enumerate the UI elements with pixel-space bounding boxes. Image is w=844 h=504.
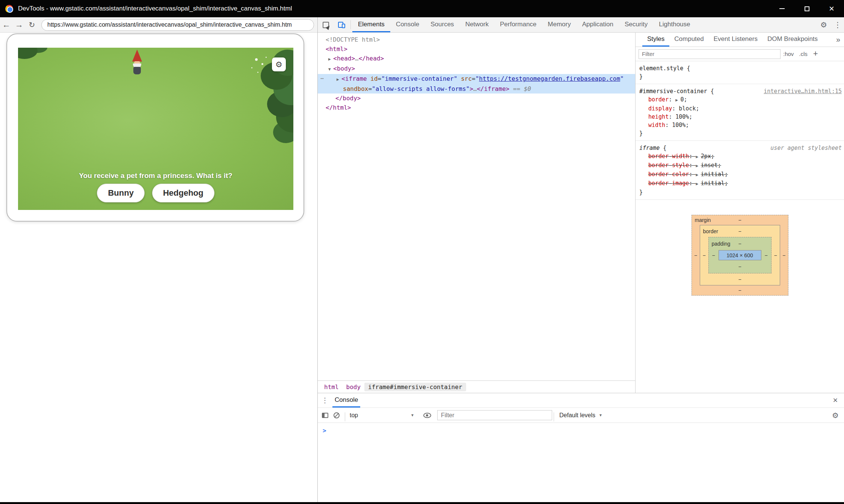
- code-token: </iframe>: [477, 85, 509, 92]
- toolbar-divider: [350, 20, 351, 29]
- dom-node-iframe-line2[interactable]: sandbox="allow-scripts allow-forms">…</i…: [317, 84, 635, 94]
- reload-button[interactable]: ↻: [26, 20, 38, 29]
- log-levels-selector[interactable]: Default levels ▼: [556, 412, 606, 419]
- game-settings-button[interactable]: ⚙: [272, 57, 286, 71]
- breadcrumb-body[interactable]: body: [343, 383, 365, 391]
- bush-decoration: [18, 48, 38, 59]
- tab-performance[interactable]: Performance: [494, 17, 542, 32]
- code-token: == $0: [509, 85, 531, 92]
- code-token: =: [378, 75, 382, 82]
- gear-icon: ⚙: [832, 411, 839, 420]
- gnome-body: [133, 67, 141, 74]
- dom-node-html[interactable]: <html>: [317, 44, 635, 54]
- tab-security[interactable]: Security: [619, 17, 653, 32]
- gear-icon: ⚙: [820, 20, 827, 29]
- tab-application[interactable]: Application: [577, 17, 619, 32]
- code-token: :: [689, 162, 696, 169]
- code-token: …: [473, 85, 477, 92]
- dom-node-iframe-line1[interactable]: ▶ <iframe id="immersive-container" src="…: [317, 74, 635, 84]
- box-model-margin: margin − − border − −: [692, 215, 788, 296]
- dom-node-html-close[interactable]: </html>: [317, 103, 635, 112]
- devtools-window: DevTools - www.gstatic.com/assistant/int…: [0, 0, 844, 504]
- console-filter-input[interactable]: [437, 410, 552, 420]
- css-property-border-width[interactable]: border-width: ▶ 2px;: [636, 152, 844, 161]
- tab-sources[interactable]: Sources: [425, 17, 459, 32]
- maximize-button[interactable]: [794, 0, 819, 17]
- styles-filter-input[interactable]: [639, 49, 781, 59]
- device-toolbar-toggle[interactable]: [334, 17, 349, 32]
- breadcrumb-html[interactable]: html: [320, 383, 343, 391]
- tab-lighthouse[interactable]: Lighthouse: [653, 17, 696, 32]
- styles-tabs: Styles Computed Event Listeners DOM Brea…: [636, 33, 844, 47]
- border-bottom-value: −: [738, 276, 741, 282]
- drawer-tab-console[interactable]: Console: [332, 393, 360, 407]
- console-sidebar-toggle-icon[interactable]: [322, 413, 328, 418]
- inspect-element-button[interactable]: [317, 17, 334, 32]
- code-token: border-width: [648, 153, 689, 160]
- dom-node-doctype[interactable]: <!DOCTYPE html>: [317, 35, 635, 44]
- bunny-button[interactable]: Bunny: [97, 184, 144, 202]
- tab-network[interactable]: Network: [460, 17, 494, 32]
- panel-divider[interactable]: [317, 17, 318, 502]
- iframe-src-link[interactable]: https://testgnomegarden.firebaseapp.com: [479, 75, 620, 82]
- forward-button[interactable]: →: [13, 20, 26, 30]
- node-menu-dots-icon[interactable]: ⋯: [320, 74, 324, 83]
- hedgehog-button[interactable]: Hedgehog: [152, 184, 214, 202]
- close-button[interactable]: ×: [819, 0, 844, 17]
- device-frame: ⚙ You receive a pet from a princess. Wha…: [6, 33, 304, 222]
- new-style-rule-button[interactable]: +: [811, 49, 820, 59]
- padding-right-value: −: [761, 250, 771, 260]
- console-context-selector[interactable]: top ▼: [347, 412, 417, 419]
- kebab-icon: ⋮: [322, 396, 328, 404]
- css-property-border[interactable]: border: ▶ 0;: [636, 95, 844, 104]
- dom-node-body[interactable]: ▼ <body>: [317, 64, 635, 74]
- css-property-height[interactable]: height: 100%;: [636, 113, 844, 121]
- console-settings-button[interactable]: ⚙: [827, 411, 844, 420]
- live-expression-icon[interactable]: [423, 413, 431, 418]
- toggle-element-classes-button[interactable]: .cls: [796, 51, 810, 57]
- code-token: ▼: [328, 67, 333, 72]
- tab-styles[interactable]: Styles: [642, 33, 669, 47]
- box-model-diagram[interactable]: margin − − border − −: [692, 215, 788, 296]
- code-token: ▶: [675, 98, 680, 103]
- stylesheet-source-link[interactable]: interactive…him.html:15: [764, 88, 842, 95]
- toggle-pseudo-classes-button[interactable]: :hov: [781, 51, 796, 57]
- css-close-brace: }: [636, 129, 844, 137]
- css-property-width[interactable]: width: 100%;: [636, 121, 844, 129]
- tab-console[interactable]: Console: [390, 17, 425, 32]
- breadcrumb-iframe[interactable]: iframe#immersive-container: [364, 383, 466, 391]
- close-drawer-button[interactable]: ×: [827, 393, 844, 407]
- code-token: 2px;: [701, 153, 714, 160]
- css-property-border-image[interactable]: border-image: ▶ initial;: [636, 179, 844, 188]
- devtools-settings-button[interactable]: ⚙: [816, 17, 831, 32]
- window-titlebar: DevTools - www.gstatic.com/assistant/int…: [0, 0, 844, 17]
- tab-event-listeners[interactable]: Event Listeners: [709, 33, 762, 47]
- console-drawer: ⋮ Console × top ▼ Default levels ▼ ⚙ >: [317, 393, 844, 502]
- tabs-overflow-button[interactable]: »: [836, 33, 844, 47]
- tab-memory[interactable]: Memory: [542, 17, 576, 32]
- css-selector-immersive-container[interactable]: #immersive-container {: [636, 87, 714, 95]
- dom-node-head[interactable]: ▶ <head>…</head>: [317, 54, 635, 64]
- url-input[interactable]: [41, 19, 314, 31]
- css-property-border-color[interactable]: border-color: ▶ initial;: [636, 170, 844, 179]
- margin-right-value: −: [780, 225, 788, 285]
- dom-node-body-close[interactable]: </body>: [317, 94, 635, 103]
- drawer-menu-button[interactable]: ⋮: [317, 393, 332, 407]
- tab-dom-breakpoints[interactable]: DOM Breakpoints: [762, 33, 823, 47]
- clear-console-icon[interactable]: [334, 412, 340, 418]
- console-prompt[interactable]: >: [317, 423, 844, 434]
- css-selector-element-style[interactable]: element.style {: [636, 64, 844, 72]
- back-button[interactable]: ←: [0, 20, 13, 30]
- tab-computed[interactable]: Computed: [669, 33, 708, 47]
- border-right-value: −: [772, 237, 780, 273]
- selected-dom-node-iframe[interactable]: ⋯ ▶ <iframe id="immersive-container" src…: [317, 74, 635, 94]
- css-property-border-style[interactable]: border-style: ▶ inset;: [636, 161, 844, 170]
- tab-elements[interactable]: Elements: [352, 17, 390, 32]
- css-selector-iframe[interactable]: iframe {: [636, 144, 666, 152]
- css-property-display[interactable]: display: block;: [636, 104, 844, 113]
- gnome-character: [131, 50, 143, 77]
- code-token: border: [648, 96, 669, 103]
- code-token: …: [355, 55, 359, 62]
- devtools-more-menu[interactable]: ⋮: [831, 17, 844, 32]
- minimize-button[interactable]: [770, 0, 794, 17]
